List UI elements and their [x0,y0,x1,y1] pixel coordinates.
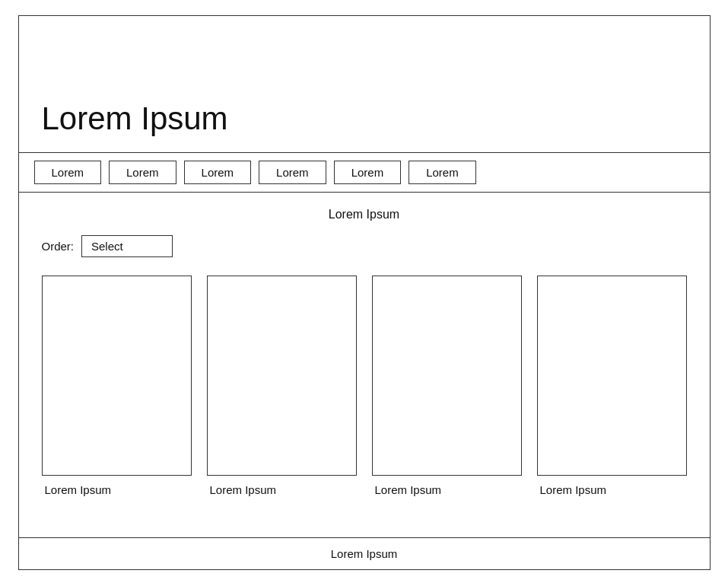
nav-button-2[interactable]: Lorem [184,161,252,184]
card-label-3: Lorem Ipsum [537,483,607,496]
order-row: Order: SelectA-ZZ-ANewestOldest [42,235,687,257]
nav-bar: LoremLoremLoremLoremLoremLorem [19,153,710,193]
page-wrapper: Lorem Ipsum LoremLoremLoremLoremLoremLor… [18,15,711,570]
header-section: Lorem Ipsum [19,16,710,153]
card-3: Lorem Ipsum [537,276,687,496]
cards-grid: Lorem IpsumLorem IpsumLorem IpsumLorem I… [42,276,687,496]
card-image-1 [207,276,357,476]
page-title: Lorem Ipsum [42,100,228,137]
card-2: Lorem Ipsum [372,276,522,496]
card-image-2 [372,276,522,476]
card-image-3 [537,276,687,476]
card-1: Lorem Ipsum [207,276,357,496]
nav-button-4[interactable]: Lorem [334,161,402,184]
card-label-0: Lorem Ipsum [42,483,112,496]
footer-text: Lorem Ipsum [331,547,398,560]
card-0: Lorem Ipsum [42,276,192,496]
order-select[interactable]: SelectA-ZZ-ANewestOldest [81,235,173,257]
nav-button-3[interactable]: Lorem [259,161,326,184]
card-label-2: Lorem Ipsum [372,483,442,496]
nav-button-5[interactable]: Lorem [409,161,476,184]
main-content: Lorem Ipsum Order: SelectA-ZZ-ANewestOld… [19,193,710,537]
footer-section: Lorem Ipsum [19,537,710,569]
card-image-0 [42,276,192,476]
nav-button-1[interactable]: Lorem [109,161,176,184]
order-label: Order: [42,240,75,253]
section-title: Lorem Ipsum [42,208,687,221]
nav-button-0[interactable]: Lorem [34,161,102,184]
card-label-1: Lorem Ipsum [207,483,277,496]
